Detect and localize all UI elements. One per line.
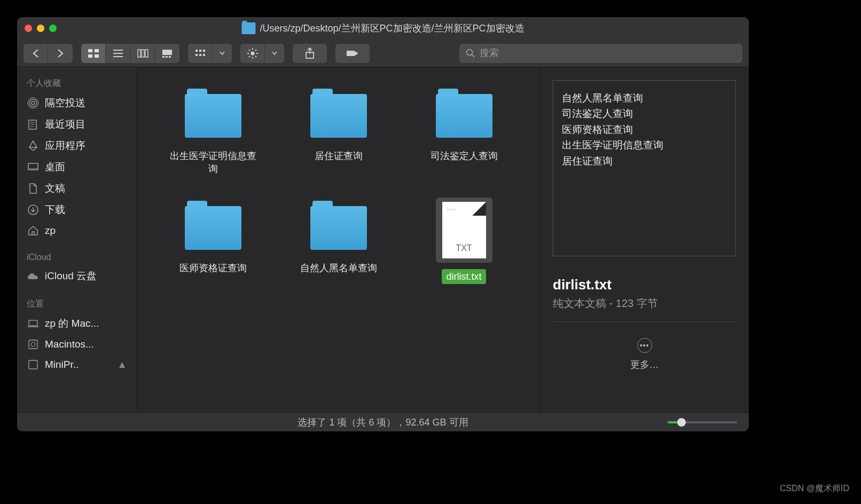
sidebar-item-label: MiniPr.. (45, 359, 79, 371)
status-text: 选择了 1 项（共 6 项），92.64 GB 可用 (298, 416, 468, 429)
sidebar-item-label: iCloud 云盘 (45, 269, 97, 283)
preview-line: 自然人黑名单查询 (562, 90, 727, 106)
more-icon: ••• (637, 338, 652, 353)
sidebar-header-icloud: iCloud (17, 249, 137, 265)
list-view-button[interactable] (106, 44, 130, 63)
zoom-button[interactable] (49, 25, 57, 32)
sidebar-item-home[interactable]: zp (17, 220, 137, 241)
svg-rect-1 (95, 49, 99, 52)
preview-line: 居住证查询 (562, 153, 727, 169)
sidebar-item-recents[interactable]: 最近项目 (17, 114, 137, 135)
disk-icon (27, 358, 40, 371)
content-area: 出生医学证明信息查询居住证查询司法鉴定人查询医师资格证查询自然人黑名单查询TXT… (137, 67, 749, 412)
svg-rect-17 (195, 54, 198, 56)
svg-rect-12 (166, 56, 168, 58)
eject-icon[interactable]: ▲ (117, 359, 127, 371)
file-label: 居住证查询 (310, 148, 367, 163)
sidebar-item-location-0[interactable]: zp 的 Mac... (17, 313, 137, 334)
documents-icon (27, 182, 40, 195)
sidebar-item-location-1[interactable]: Macintos... (17, 334, 137, 355)
file-item[interactable]: 居住证查询 (276, 82, 401, 194)
file-label: 司法鉴定人查询 (426, 148, 502, 163)
svg-point-24 (32, 101, 35, 105)
sidebar-item-label: 最近项目 (45, 117, 85, 131)
txt-file-icon: TXT≡≡ ≡≡ (436, 198, 492, 263)
preview-line: 出生医学证明信息查询 (562, 137, 727, 153)
zoom-slider[interactable] (668, 421, 737, 423)
svg-line-23 (472, 54, 474, 57)
back-button[interactable] (24, 44, 48, 63)
traffic-lights (25, 25, 57, 32)
group-by-button[interactable] (188, 44, 213, 63)
folder-icon (304, 85, 373, 142)
svg-point-25 (29, 99, 37, 107)
action-button-group (240, 44, 284, 63)
sidebar-header-favorites: 个人收藏 (17, 75, 137, 92)
file-label: 医师资格证查询 (175, 261, 251, 275)
search-icon (466, 49, 475, 58)
svg-rect-19 (203, 54, 205, 56)
svg-rect-9 (145, 50, 148, 57)
file-item[interactable]: 出生医学证明信息查询 (150, 82, 276, 194)
svg-point-20 (251, 51, 254, 55)
sidebar-item-label: 桌面 (45, 160, 65, 174)
watermark: CSDN @魔术师ID (780, 483, 849, 494)
laptop-icon (27, 317, 40, 330)
forward-button[interactable] (48, 44, 73, 63)
tags-button[interactable] (335, 44, 370, 63)
more-label: 更多… (630, 358, 659, 371)
folder-icon (429, 85, 499, 142)
sidebar-item-location-2[interactable]: MiniPr.. ▲ (17, 355, 137, 375)
svg-point-22 (467, 49, 473, 55)
svg-point-37 (31, 342, 35, 346)
preview-filename: dirlist.txt (553, 277, 736, 293)
close-button[interactable] (25, 25, 32, 32)
desktop-icon (27, 161, 40, 174)
zoom-track (668, 421, 737, 423)
sidebar-item-label: 隔空投送 (45, 96, 85, 110)
folder-icon (178, 198, 248, 254)
svg-rect-13 (169, 56, 171, 58)
file-label: 自然人黑名单查询 (296, 261, 381, 275)
title-path: /Users/zp/Desktop/兰州新区PC加密改造/兰州新区PC加密改造 (260, 22, 524, 35)
gallery-view-button[interactable] (155, 44, 179, 63)
file-item[interactable]: TXT≡≡ ≡≡dirlist.txt (401, 194, 527, 306)
search-input[interactable] (480, 48, 736, 59)
file-item[interactable]: 医师资格证查询 (150, 194, 276, 306)
svg-rect-34 (29, 320, 37, 326)
sidebar-item-label: zp 的 Mac... (45, 317, 99, 330)
search-field[interactable] (459, 44, 742, 63)
window-title: /Users/zp/Desktop/兰州新区PC加密改造/兰州新区PC加密改造 (241, 22, 524, 35)
sidebar-item-label: 下载 (45, 203, 65, 217)
column-view-button[interactable] (130, 44, 155, 63)
file-item[interactable]: 自然人黑名单查询 (276, 194, 401, 306)
view-mode-buttons (81, 44, 179, 63)
folder-icon (241, 22, 255, 34)
divider (553, 321, 736, 322)
file-item[interactable]: 司法鉴定人查询 (401, 82, 527, 194)
sidebar-item-applications[interactable]: 应用程序 (17, 135, 137, 156)
statusbar: 选择了 1 项（共 6 项），92.64 GB 可用 (17, 412, 749, 431)
sidebar-item-desktop[interactable]: 桌面 (17, 156, 137, 178)
sidebar-item-downloads[interactable]: 下载 (17, 199, 137, 220)
icon-view-button[interactable] (81, 44, 106, 63)
share-button[interactable] (293, 44, 327, 63)
sidebar-item-icloud-drive[interactable]: iCloud 云盘 (17, 265, 137, 287)
sidebar-item-label: Macintos... (45, 338, 94, 350)
sidebar: 个人收藏 隔空投送 最近项目 应用程序 桌面 文稿 (17, 67, 137, 412)
sidebar-item-label: zp (45, 225, 56, 237)
sidebar-item-airdrop[interactable]: 隔空投送 (17, 92, 137, 114)
apps-icon (27, 139, 40, 152)
body-area: 个人收藏 隔空投送 最近项目 应用程序 桌面 文稿 (17, 67, 749, 412)
action-menu-button[interactable] (265, 44, 284, 63)
sidebar-item-documents[interactable]: 文稿 (17, 178, 137, 199)
zoom-thumb[interactable] (677, 418, 686, 427)
action-button[interactable] (240, 44, 265, 63)
home-icon (27, 224, 40, 237)
svg-rect-18 (199, 54, 201, 56)
downloads-icon (27, 203, 40, 216)
more-button[interactable]: ••• 更多… (553, 338, 736, 371)
minimize-button[interactable] (37, 25, 44, 32)
folder-icon (178, 85, 248, 142)
group-by-menu-button[interactable] (213, 44, 232, 63)
